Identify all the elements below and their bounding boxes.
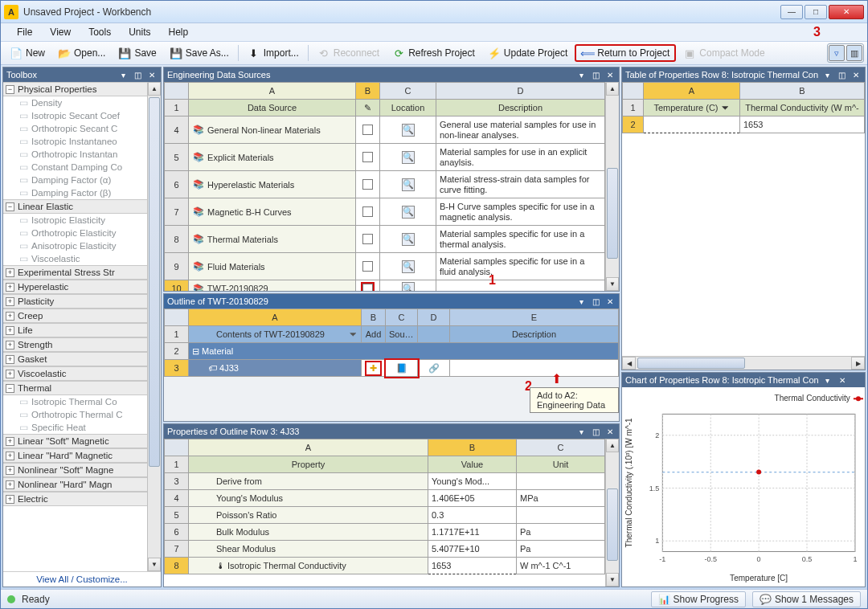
saveas-button[interactable]: 💾Save As... <box>164 44 235 62</box>
toolbox-category[interactable]: +Plasticity <box>3 294 147 309</box>
eds-source-name[interactable]: 📚 Magnetic B-H Curves <box>189 198 356 226</box>
eds-col-a[interactable]: A <box>189 83 356 100</box>
outline-pin-icon[interactable]: ◫ <box>590 296 601 307</box>
scroll-up-icon[interactable]: ▲ <box>148 82 161 96</box>
toolbox-category[interactable]: −Thermal <box>3 381 147 395</box>
eds-grid[interactable]: A B C D 1 Data Source ✎ Location Descrip… <box>164 82 605 291</box>
outline-group-material[interactable]: ⊟ Material <box>189 343 619 360</box>
eds-location-button[interactable]: 🔍 <box>380 253 436 280</box>
top-col-a[interactable]: A <box>644 83 740 100</box>
eds-source-name[interactable]: 📚 Explicit Materials <box>189 144 356 171</box>
toolbox-category[interactable]: +Strength <box>3 337 147 352</box>
eds-scrollbar[interactable]: ▲▼ <box>605 82 619 291</box>
outline-close-icon[interactable]: ✕ <box>604 296 616 307</box>
props-col-c[interactable]: C <box>517 439 605 456</box>
new-button[interactable]: 📄New <box>4 44 51 62</box>
props-unit[interactable] <box>517 507 605 524</box>
props-unit[interactable] <box>517 473 605 490</box>
toolbox-category[interactable]: −Linear Elastic <box>3 199 147 214</box>
props-unit[interactable]: Pa <box>517 541 605 558</box>
open-button[interactable]: 📂Open... <box>52 44 111 62</box>
props-property-name[interactable]: Poisson's Ratio <box>189 507 428 524</box>
toolbox-category[interactable]: +Creep <box>3 309 147 323</box>
toolbox-item[interactable]: ▭Constant Damping Co <box>3 161 147 174</box>
eds-source-name[interactable]: 📚 Hyperelastic Materials <box>189 171 356 198</box>
filter-funnel-button[interactable]: ▿ <box>829 45 845 61</box>
compact-mode-button[interactable]: ▣Compact Mode <box>678 44 770 62</box>
eds-source-name[interactable]: 📚 Thermal Materials <box>189 226 356 253</box>
eds-location-button[interactable]: 🔍 <box>380 116 436 144</box>
props-col-a[interactable]: A <box>189 439 428 456</box>
props-property-name[interactable]: Derive from <box>189 473 428 490</box>
outline-col-b[interactable]: B <box>362 309 386 326</box>
eds-location-button[interactable]: 🔍 <box>380 280 436 292</box>
top-col-b[interactable]: B <box>740 83 865 100</box>
props-dropdown-icon[interactable]: ▾ <box>575 426 587 437</box>
outline-col-d[interactable]: D <box>418 309 450 326</box>
eds-edit-checkbox[interactable] <box>356 171 380 198</box>
eds-col-d[interactable]: D <box>436 83 605 100</box>
top-close-icon[interactable]: ✕ <box>850 69 862 80</box>
close-button[interactable]: ✕ <box>829 5 864 19</box>
minimize-button[interactable]: — <box>780 5 803 19</box>
outline-col-a[interactable]: A <box>189 309 362 326</box>
toolbox-item[interactable]: ▭Damping Factor (β) <box>3 186 147 199</box>
menu-units[interactable]: Units <box>121 25 158 39</box>
scroll-down-icon[interactable]: ▼ <box>148 558 161 571</box>
toolbox-close-icon[interactable]: ✕ <box>146 69 158 80</box>
props-close-icon[interactable]: ✕ <box>604 426 616 437</box>
toolbox-tree[interactable]: −Physical Properties▭Density▭Isotropic S… <box>3 82 147 571</box>
props-unit[interactable]: W m^-1 C^-1 <box>517 558 605 574</box>
props-value[interactable]: 5.4077E+10 <box>428 541 517 558</box>
props-unit[interactable]: Pa <box>517 524 605 541</box>
chart-dropdown-icon[interactable]: ▾ <box>822 374 833 386</box>
eds-location-button[interactable]: 🔍 <box>380 226 436 253</box>
return-to-project-button[interactable]: ⟸Return to Project <box>575 44 676 62</box>
eds-edit-checkbox[interactable] <box>356 226 380 253</box>
props-value[interactable]: 1653 <box>428 558 517 574</box>
top-tc-cell[interactable]: 1653 <box>740 116 865 133</box>
outline-row-material-name[interactable]: 🏷 4J33 <box>189 360 362 377</box>
toolbox-dropdown-icon[interactable]: ▾ <box>117 69 129 80</box>
eds-location-button[interactable]: 🔍 <box>380 198 436 226</box>
toolbox-category[interactable]: +Nonlinear "Soft" Magne <box>3 463 147 477</box>
sort-icon[interactable]: ⏷ <box>721 103 730 112</box>
toolbox-item[interactable]: ▭Density <box>3 96 147 109</box>
show-messages-button[interactable]: 💬Show 1 Messages <box>752 591 861 607</box>
props-value[interactable]: 1.1717E+11 <box>428 524 517 541</box>
outline-link-button[interactable]: 🔗 <box>418 360 450 377</box>
props-property-name[interactable]: Young's Modulus <box>189 490 428 507</box>
eds-edit-checkbox[interactable] <box>356 116 380 144</box>
toolbox-item[interactable]: ▭Orthotropic Instantan <box>3 148 147 161</box>
eds-edit-checkbox[interactable] <box>356 280 380 292</box>
import-button[interactable]: ⬇Import... <box>242 44 305 62</box>
toolbox-scrollbar[interactable]: ▲ ▼ <box>147 82 161 571</box>
toolbox-category[interactable]: +Life <box>3 323 147 337</box>
eds-source-name[interactable]: 📚 TWT-20190829 <box>189 280 356 292</box>
eds-close-icon[interactable]: ✕ <box>604 69 616 80</box>
toolbox-item[interactable]: ▭Anisotropic Elasticity <box>3 239 147 252</box>
top-pin-icon[interactable]: ◫ <box>836 69 847 80</box>
toolbox-category[interactable]: +Experimental Stress Str <box>3 265 147 280</box>
menu-help[interactable]: Help <box>161 25 197 39</box>
eds-location-button[interactable]: 🔍 <box>380 144 436 171</box>
props-unit[interactable]: MPa <box>517 490 605 507</box>
props-property-name[interactable]: Bulk Modulus <box>189 524 428 541</box>
props-pin-icon[interactable]: ◫ <box>590 426 601 437</box>
eds-edit-checkbox[interactable] <box>356 144 380 171</box>
toolbox-category[interactable]: +Linear "Hard" Magnetic <box>3 448 147 463</box>
menu-view[interactable]: View <box>42 25 79 39</box>
eds-col-b[interactable]: B <box>356 83 380 100</box>
refresh-project-button[interactable]: ⟳Refresh Project <box>387 44 481 62</box>
maximize-button[interactable]: □ <box>805 5 827 19</box>
toolbox-item[interactable]: ▭Specific Heat <box>3 421 147 434</box>
outline-col-e[interactable]: E <box>450 309 619 326</box>
outline-add-button[interactable]: ✚ <box>362 360 386 377</box>
toolbox-category[interactable]: +Linear "Soft" Magnetic <box>3 434 147 448</box>
toolbox-item[interactable]: ▭Isotropic Thermal Co <box>3 395 147 408</box>
outline-book-button[interactable]: 📘 <box>386 360 418 377</box>
props-grid[interactable]: A B C 1 Property Value Unit 3Derive from… <box>164 439 605 574</box>
eds-location-button[interactable]: 🔍 <box>380 171 436 198</box>
toolbox-category[interactable]: +Gasket <box>3 352 147 366</box>
toolbox-item[interactable]: ▭Damping Factor (α) <box>3 174 147 186</box>
